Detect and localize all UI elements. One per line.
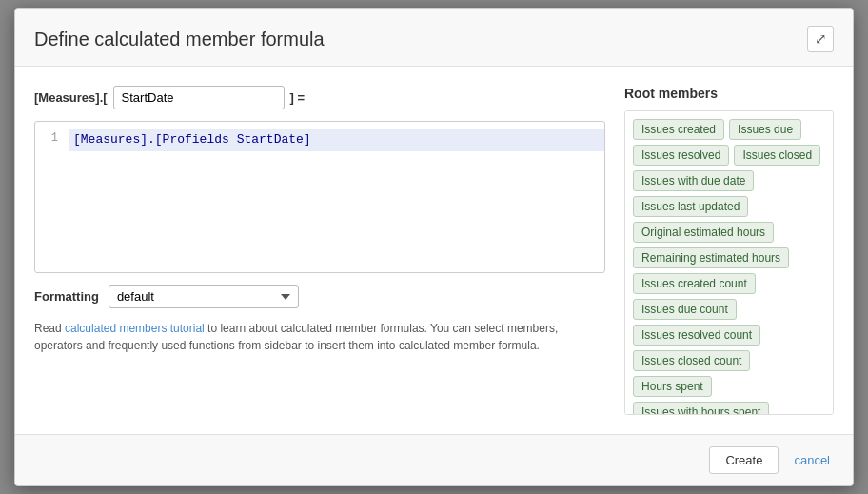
member-tag-issues-resolved-count[interactable]: Issues resolved count [633,325,760,346]
expand-icon: ⤢ [815,30,827,48]
formatting-label: Formatting [34,289,99,304]
members-row-2: Issues resolved Issues closed [633,145,825,166]
cancel-button[interactable]: cancel [790,447,834,473]
members-row-6: Remaining estimated hours [633,247,825,268]
member-tag-issues-closed[interactable]: Issues closed [734,145,820,166]
members-row-3: Issues with due date [633,170,825,191]
members-row-8: Issues due count [633,299,825,320]
member-tag-issues-with-hours-spent[interactable]: Issues with hours spent [633,402,769,415]
member-tag-issues-resolved[interactable]: Issues resolved [633,145,729,166]
members-row-4: Issues last updated [633,196,825,217]
create-button[interactable]: Create [709,446,779,474]
help-link[interactable]: calculated members tutorial [65,322,205,335]
members-row-1: Issues created Issues due [633,119,825,140]
formula-prefix: [Measures].[ [34,90,108,105]
members-row-10: Issues closed count Hours spent [633,350,825,397]
root-members-header: Root members [624,86,834,101]
dialog-title: Define calculated member formula [34,29,325,50]
formula-name-input[interactable] [113,86,285,109]
formula-suffix: ] = [290,90,306,105]
formula-name-row: [Measures].[ ] = [34,86,605,109]
member-tag-original-estimated-hours[interactable]: Original estimated hours [633,222,774,243]
member-tag-issues-last-updated[interactable]: Issues last updated [633,196,748,217]
dialog-footer: Create cancel [15,434,853,485]
member-tag-issues-due[interactable]: Issues due [729,119,801,140]
member-tag-hours-spent[interactable]: Hours spent [633,376,712,397]
formatting-select[interactable]: default number percent currency date [108,285,299,308]
expand-button[interactable]: ⤢ [807,26,834,52]
right-panel: Root members Issues created Issues due I… [624,86,834,415]
member-tag-issues-due-count[interactable]: Issues due count [633,299,737,320]
formatting-row: Formatting default number percent curren… [34,285,605,308]
code-editor[interactable]: 1 [Measures].[Profields StartDate] [34,121,605,273]
code-line: 1 [Measures].[Profields StartDate] [35,129,604,151]
dialog-body: [Measures].[ ] = 1 [Measures].[Profields… [15,67,853,434]
members-row-11: Issues with hours spent [633,402,825,415]
help-text: Read calculated members tutorial to lear… [34,320,605,354]
member-tag-issues-with-due-date[interactable]: Issues with due date [633,170,754,191]
member-tag-issues-closed-count[interactable]: Issues closed count [633,350,750,371]
line-number: 1 [35,129,69,148]
dialog-header: Define calculated member formula ⤢ [15,9,853,67]
member-tag-issues-created-count[interactable]: Issues created count [633,273,756,294]
help-text-before: Read [34,322,65,335]
root-members-scroll[interactable]: Issues created Issues due Issues resolve… [624,110,834,415]
members-row-9: Issues resolved count [633,325,825,346]
dialog: Define calculated member formula ⤢ [Meas… [14,8,854,486]
member-tag-issues-created[interactable]: Issues created [633,119,724,140]
code-content: [Measures].[Profields StartDate] [69,129,604,151]
members-row-7: Issues created count [633,273,825,294]
members-row-5: Original estimated hours [633,222,825,243]
member-tag-remaining-estimated-hours[interactable]: Remaining estimated hours [633,247,789,268]
left-panel: [Measures].[ ] = 1 [Measures].[Profields… [34,86,605,415]
